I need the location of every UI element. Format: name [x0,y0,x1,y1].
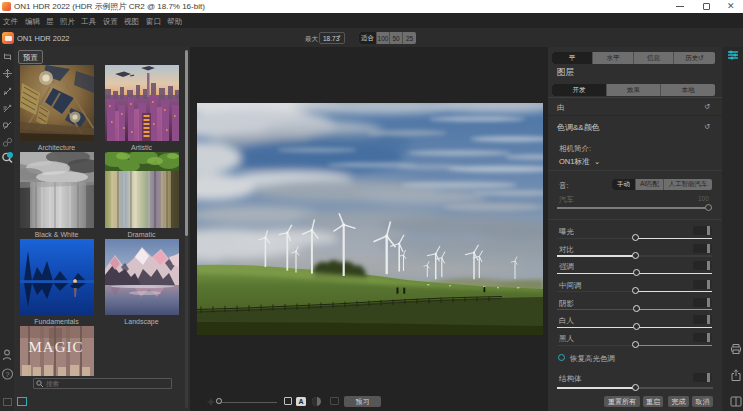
svg-text:MAGIC: MAGIC [28,339,83,355]
svg-text:?: ? [6,371,10,378]
